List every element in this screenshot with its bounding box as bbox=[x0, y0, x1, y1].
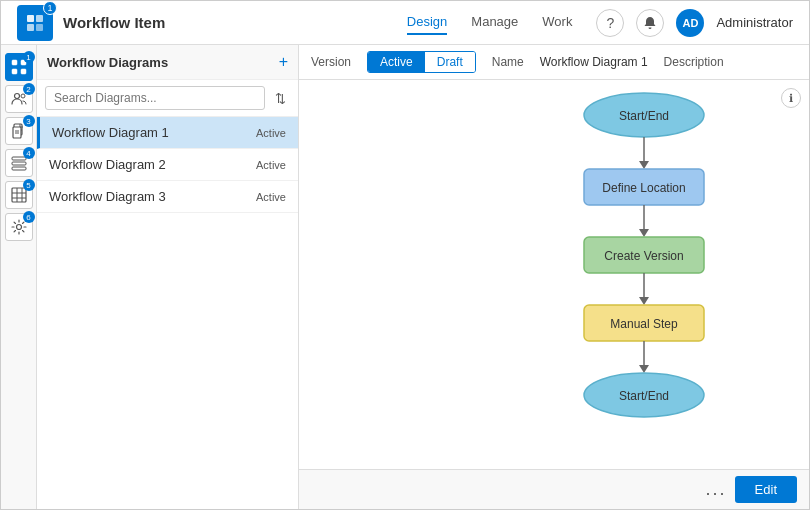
svg-point-9 bbox=[21, 94, 25, 98]
sidebar-icon-document[interactable]: 3 bbox=[5, 117, 33, 145]
draft-tab[interactable]: Draft bbox=[425, 52, 475, 72]
desc-label: Description bbox=[664, 55, 724, 69]
svg-rect-2 bbox=[27, 24, 34, 31]
version-bar: Version Active Draft Name Workflow Diagr… bbox=[299, 45, 809, 80]
icon3-badge: 3 bbox=[23, 115, 35, 127]
svg-point-24 bbox=[16, 225, 21, 230]
add-diagram-button[interactable]: + bbox=[279, 53, 288, 71]
svg-marker-27 bbox=[639, 161, 649, 169]
diagram-name-3: Workflow Diagram 3 bbox=[49, 189, 166, 204]
main-content: Version Active Draft Name Workflow Diagr… bbox=[299, 45, 809, 509]
search-bar: ⇅ bbox=[37, 80, 298, 117]
node-label-startend2: Start/End bbox=[619, 389, 669, 403]
body: 1 2 bbox=[1, 45, 809, 509]
app-logo: 1 bbox=[17, 5, 53, 41]
more-options-button[interactable]: ... bbox=[706, 479, 727, 500]
node-label-createver: Create Version bbox=[604, 249, 683, 263]
sidebar-icon-list[interactable]: 4 bbox=[5, 149, 33, 177]
sidebar-icon-table[interactable]: 5 bbox=[5, 181, 33, 209]
user-avatar: AD bbox=[676, 9, 704, 37]
sidebar-icons: 1 2 bbox=[1, 45, 37, 509]
version-tabs: Active Draft bbox=[367, 51, 476, 73]
left-panel: Workflow Diagrams + ⇅ Workflow Diagram 1… bbox=[37, 45, 299, 509]
username: Administrator bbox=[716, 15, 793, 30]
diagram-status-2: Active bbox=[256, 159, 286, 171]
svg-rect-19 bbox=[12, 188, 26, 202]
help-button[interactable]: ? bbox=[596, 9, 624, 37]
svg-rect-7 bbox=[21, 69, 26, 74]
svg-marker-30 bbox=[639, 229, 649, 237]
sidebar-icon-workflow[interactable]: 1 bbox=[5, 53, 33, 81]
diagram-name-2: Workflow Diagram 2 bbox=[49, 157, 166, 172]
nav-manage[interactable]: Manage bbox=[471, 10, 518, 35]
icon1-badge: 1 bbox=[23, 51, 35, 63]
svg-rect-16 bbox=[12, 157, 26, 160]
svg-rect-17 bbox=[12, 162, 26, 165]
edit-button[interactable]: Edit bbox=[735, 476, 797, 503]
node-label-startend1: Start/End bbox=[619, 109, 669, 123]
left-panel-header: Workflow Diagrams + bbox=[37, 45, 298, 80]
diagram-list: Workflow Diagram 1 Active Workflow Diagr… bbox=[37, 117, 298, 509]
search-input[interactable] bbox=[45, 86, 265, 110]
icon2-badge: 2 bbox=[23, 83, 35, 95]
sort-button[interactable]: ⇅ bbox=[271, 89, 290, 108]
notifications-button[interactable] bbox=[636, 9, 664, 37]
diagram-item-3[interactable]: Workflow Diagram 3 Active bbox=[37, 181, 298, 213]
icon5-badge: 5 bbox=[23, 179, 35, 191]
icon6-badge: 6 bbox=[23, 211, 35, 223]
left-panel-title: Workflow Diagrams bbox=[47, 55, 168, 70]
svg-rect-0 bbox=[27, 15, 34, 22]
svg-point-8 bbox=[14, 94, 19, 99]
nav-work[interactable]: Work bbox=[542, 10, 572, 35]
active-tab[interactable]: Active bbox=[368, 52, 425, 72]
header-actions: ? AD Administrator bbox=[596, 9, 793, 37]
node-label-manstep: Manual Step bbox=[610, 317, 678, 331]
app-title: Workflow Item bbox=[63, 14, 407, 31]
svg-marker-36 bbox=[639, 365, 649, 373]
nav-design[interactable]: Design bbox=[407, 10, 447, 35]
diagram-item-2[interactable]: Workflow Diagram 2 Active bbox=[37, 149, 298, 181]
sidebar-icon-settings[interactable]: 6 bbox=[5, 213, 33, 241]
svg-rect-18 bbox=[12, 167, 26, 170]
header-nav: Design Manage Work bbox=[407, 10, 573, 35]
svg-rect-3 bbox=[36, 24, 43, 31]
name-label: Name bbox=[492, 55, 524, 69]
diagram-status-3: Active bbox=[256, 191, 286, 203]
diagram-item-1[interactable]: Workflow Diagram 1 Active bbox=[37, 117, 298, 149]
icon4-badge: 4 bbox=[23, 147, 35, 159]
sidebar-icon-people[interactable]: 2 bbox=[5, 85, 33, 113]
header: 1 Workflow Item Design Manage Work ? AD … bbox=[1, 1, 809, 45]
app-container: 1 Workflow Item Design Manage Work ? AD … bbox=[0, 0, 810, 510]
diagram-status-1: Active bbox=[256, 127, 286, 139]
diagram-name-1: Workflow Diagram 1 bbox=[52, 125, 169, 140]
diagram-canvas: ℹ Start/End Define Location bbox=[299, 80, 809, 469]
version-label: Version bbox=[311, 55, 351, 69]
svg-rect-1 bbox=[36, 15, 43, 22]
logo-badge: 1 bbox=[43, 1, 57, 15]
footer: ... Edit bbox=[299, 469, 809, 509]
svg-rect-6 bbox=[12, 69, 17, 74]
node-label-defloc: Define Location bbox=[602, 181, 685, 195]
name-value: Workflow Diagram 1 bbox=[540, 55, 648, 69]
svg-marker-33 bbox=[639, 297, 649, 305]
svg-rect-4 bbox=[12, 60, 17, 65]
